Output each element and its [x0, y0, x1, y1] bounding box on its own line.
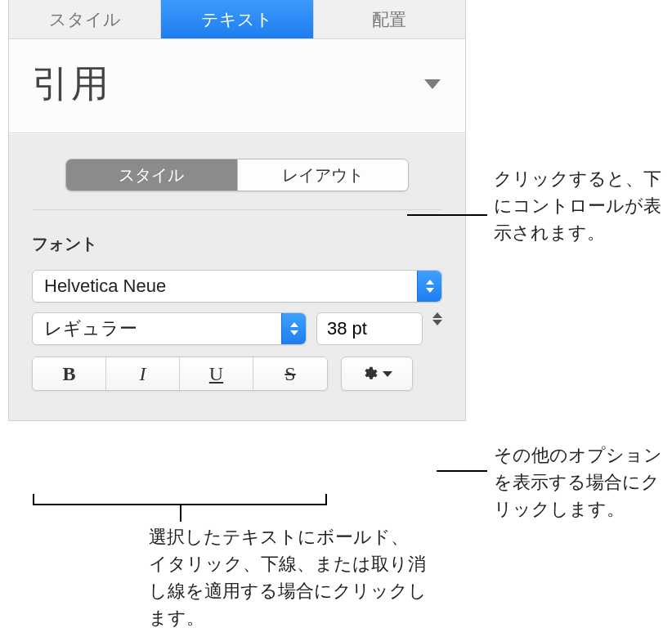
style-layout-segmented: スタイル レイアウト	[65, 159, 409, 191]
leader-line	[437, 470, 487, 472]
panel-body: スタイル レイアウト フォント Helvetica Neue レギュラー 38 …	[9, 133, 465, 420]
strikethrough-button[interactable]: S	[253, 357, 327, 390]
segment-style-label: スタイル	[119, 164, 184, 186]
font-family-value: Helvetica Neue	[44, 276, 166, 297]
tab-arrange[interactable]: 配置	[314, 0, 465, 38]
divider	[32, 209, 442, 210]
callout-advanced: その他のオプションを表示する場合にクリックします。	[494, 442, 665, 523]
italic-button[interactable]: I	[106, 357, 180, 390]
segment-layout-label: レイアウト	[282, 164, 364, 186]
bold-button[interactable]: B	[33, 357, 106, 390]
callout-layout-tab: クリックすると、下にコントロールが表示されます。	[494, 165, 670, 246]
format-inspector-panel: スタイル テキスト 配置 引用 スタイル レイアウト フォント Helvetic…	[8, 0, 466, 421]
tab-text-label: テキスト	[201, 8, 273, 31]
popup-arrows-icon	[417, 271, 441, 302]
tab-text[interactable]: テキスト	[161, 0, 313, 38]
chevron-down-icon	[383, 371, 392, 377]
bracket	[33, 494, 327, 505]
step-down-icon	[432, 320, 442, 325]
segment-layout[interactable]: レイアウト	[238, 159, 409, 191]
paragraph-style-popup[interactable]: 引用	[9, 39, 465, 133]
font-size-value: 38 pt	[327, 318, 367, 339]
step-up-icon	[432, 312, 442, 318]
inspector-tabs: スタイル テキスト 配置	[9, 0, 465, 39]
leader-line	[407, 214, 487, 216]
font-size-field[interactable]: 38 pt	[316, 312, 423, 345]
text-style-row: B I U S	[32, 357, 442, 391]
strike-glyph: S	[284, 363, 295, 385]
underline-button[interactable]: U	[180, 357, 253, 390]
italic-glyph: I	[140, 363, 146, 385]
font-section-label: フォント	[32, 233, 442, 255]
tab-style-label: スタイル	[49, 8, 121, 31]
font-variant-value: レギュラー	[44, 316, 137, 341]
segment-style[interactable]: スタイル	[66, 159, 238, 191]
font-variant-select[interactable]: レギュラー	[32, 312, 307, 345]
advanced-options-button[interactable]	[341, 357, 413, 391]
paragraph-style-name: 引用	[32, 59, 110, 110]
bold-glyph: B	[62, 363, 75, 385]
font-family-select[interactable]: Helvetica Neue	[32, 270, 442, 303]
callout-style-buttons: 選択したテキストにボールド、イタリック、下線、または取り消し線を適用する場合にク…	[149, 523, 427, 631]
font-variant-row: レギュラー 38 pt	[32, 312, 442, 345]
tab-style[interactable]: スタイル	[9, 0, 161, 38]
leader-line-vertical	[180, 505, 181, 522]
gear-icon	[361, 366, 378, 382]
tab-arrange-label: 配置	[372, 8, 406, 31]
font-size-stepper[interactable]	[432, 312, 442, 345]
chevron-down-icon	[424, 79, 441, 89]
underline-glyph: U	[209, 363, 223, 385]
popup-arrows-icon	[281, 313, 306, 344]
text-style-button-group: B I U S	[32, 357, 328, 391]
